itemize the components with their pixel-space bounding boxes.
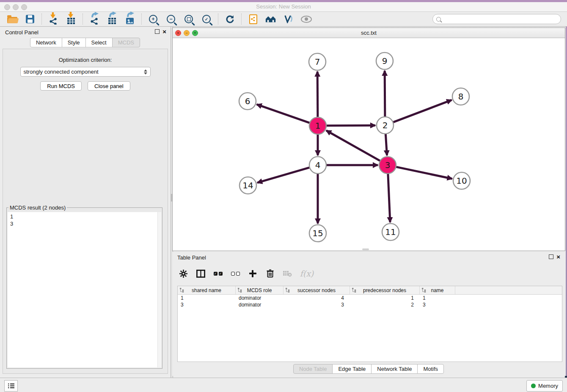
tab-network-table[interactable]: Network Table — [371, 364, 418, 374]
delete-column-icon[interactable] — [265, 268, 275, 279]
table-row[interactable]: 3dominator323 — [178, 301, 562, 308]
import-network-icon[interactable] — [44, 13, 62, 25]
table-close-icon[interactable]: × — [556, 254, 560, 259]
network-window-titlebar: × − + scc.txt — [173, 28, 565, 38]
unselect-all-columns-icon[interactable] — [230, 268, 240, 279]
edge-1-7[interactable] — [317, 72, 318, 117]
network-document-icon[interactable] — [244, 13, 262, 25]
memory-status-icon — [531, 384, 536, 388]
table-tabs: Node TableEdge TableNetwork TableMotifs — [172, 364, 565, 374]
edge-3-1[interactable] — [326, 130, 380, 161]
main-toolbar: + − ✓ — [0, 12, 567, 27]
function-builder-icon: f(x) — [300, 268, 314, 279]
optimization-criterion-label: Optimization criterion: — [3, 57, 168, 63]
mcds-result-group: MCDS result (2 nodes) 1 3 — [6, 207, 162, 369]
task-history-button[interactable] — [4, 380, 18, 392]
control-panel-tabs: NetworkStyleSelectMCDS — [0, 38, 171, 47]
edge-2-3[interactable] — [385, 134, 387, 155]
mcds-result-title: MCDS result (2 nodes) — [8, 204, 67, 211]
table-panel: Table Panel × ✓✓ f(x) shared nam — [172, 252, 565, 376]
settings-gear-icon[interactable] — [178, 268, 188, 279]
node-label-9: 9 — [382, 56, 388, 66]
run-mcds-button[interactable]: Run MCDS — [40, 81, 82, 91]
node-label-15: 15 — [312, 228, 323, 238]
table-toolbar: ✓✓ f(x) — [178, 265, 314, 282]
export-table-icon[interactable] — [103, 13, 121, 25]
edge-4-14[interactable] — [257, 168, 310, 183]
zoom-selected-icon[interactable]: ✓ — [198, 13, 215, 25]
node-label-14: 14 — [242, 180, 253, 190]
criterion-select[interactable]: strongly connected component — [20, 67, 151, 77]
tab-network[interactable]: Network — [30, 38, 62, 47]
node-label-7: 7 — [315, 57, 320, 67]
show-columns-icon[interactable] — [195, 268, 206, 279]
node-label-1: 1 — [315, 121, 321, 131]
column-header-predecessor-nodes[interactable]: predecessor nodes — [350, 286, 420, 294]
cell: 1 — [178, 295, 236, 301]
open-session-icon[interactable] — [3, 13, 21, 25]
tab-motifs[interactable]: Motifs — [417, 364, 444, 374]
node-label-4: 4 — [315, 160, 321, 170]
criterion-value: strongly connected component — [24, 69, 99, 75]
edge-1-2[interactable] — [326, 125, 375, 126]
edge-2-8[interactable] — [393, 100, 452, 122]
table-row[interactable]: 1dominator411 — [178, 295, 562, 301]
vizmapper-icon[interactable] — [280, 13, 297, 25]
mcds-result-text[interactable]: 1 3 — [8, 212, 161, 367]
export-image-icon[interactable] — [121, 13, 139, 25]
tab-edge-table[interactable]: Edge Table — [332, 364, 372, 374]
column-header-successor-nodes[interactable]: successor nodes — [284, 286, 350, 294]
canvas-scroll-nub[interactable] — [362, 248, 369, 250]
node-label-6: 6 — [245, 96, 250, 106]
zoom-in-icon[interactable]: + — [144, 13, 162, 25]
column-header-shared-name[interactable]: shared name — [178, 286, 236, 294]
tab-style[interactable]: Style — [62, 38, 86, 47]
close-panel-icon[interactable]: × — [162, 29, 166, 34]
result-scrollbar[interactable] — [157, 212, 161, 367]
cell: dominator — [236, 302, 284, 308]
edge-3-11[interactable] — [388, 174, 390, 222]
cell: 3 — [178, 302, 236, 308]
tab-select[interactable]: Select — [85, 38, 113, 47]
show-hide-eye-icon[interactable] — [297, 13, 315, 25]
table-float-icon[interactable] — [549, 254, 553, 259]
search-input[interactable] — [443, 16, 557, 22]
zoom-out-icon[interactable]: − — [162, 13, 180, 25]
select-all-columns-icon[interactable]: ✓✓ — [213, 268, 223, 279]
memory-label: Memory — [538, 383, 558, 389]
node-label-2: 2 — [383, 120, 388, 130]
cell: 1 — [420, 295, 455, 301]
search-icon — [436, 17, 441, 22]
node-label-3: 3 — [385, 160, 391, 170]
network-canvas[interactable]: 7968124314101511 — [173, 38, 565, 251]
refresh-view-icon[interactable] — [221, 13, 239, 25]
search-box[interactable] — [432, 14, 561, 24]
toolbar-separator — [218, 14, 218, 25]
table-panel-title: Table Panel — [177, 254, 206, 261]
add-column-icon[interactable] — [248, 268, 258, 279]
column-header-MCDS-role[interactable]: MCDS role — [236, 286, 284, 294]
zoom-fit-icon[interactable] — [180, 13, 198, 25]
edge-2-9[interactable] — [385, 71, 385, 117]
export-network-icon[interactable] — [85, 13, 103, 25]
window-title: Session: New Session — [0, 2, 567, 11]
memory-button[interactable]: Memory — [526, 380, 563, 392]
toolbar-separator — [41, 14, 42, 25]
cell: 2 — [350, 302, 420, 308]
import-table-icon[interactable] — [62, 13, 80, 25]
home-overview-icon[interactable] — [262, 13, 280, 25]
select-stepper-icon — [144, 69, 147, 75]
cell: 1 — [350, 295, 420, 301]
column-header-name[interactable]: name — [420, 286, 455, 294]
cell: 3 — [420, 302, 455, 308]
toolbar-separator — [83, 14, 83, 25]
cell: dominator — [236, 295, 284, 301]
tab-node-table[interactable]: Node Table — [293, 364, 333, 374]
edge-3-10[interactable] — [396, 167, 452, 179]
float-panel-icon[interactable] — [155, 29, 160, 34]
edge-1-6[interactable] — [257, 105, 310, 123]
control-panel: Control Panel × NetworkStyleSelectMCDS O… — [0, 27, 171, 378]
save-session-icon[interactable] — [21, 13, 39, 25]
tab-mcds[interactable]: MCDS — [112, 38, 140, 47]
close-panel-button[interactable]: Close panel — [88, 81, 130, 91]
